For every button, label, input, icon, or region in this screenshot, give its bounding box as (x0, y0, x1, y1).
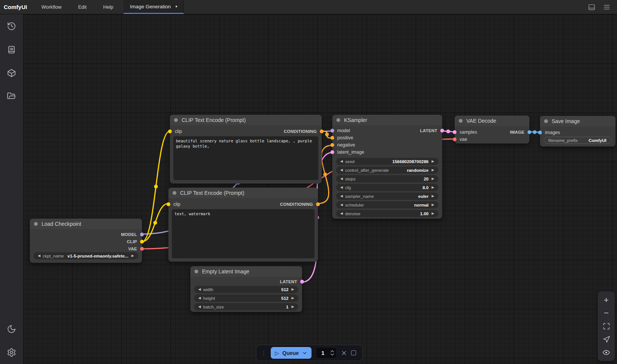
node-header[interactable]: Empty Latent Image (190, 266, 302, 277)
increment-arrow-icon[interactable]: ▶ (430, 212, 435, 215)
images-input-port[interactable] (538, 131, 542, 134)
latent-image-input-port[interactable] (330, 150, 334, 154)
node-ksampler[interactable]: KSampler model LATENT positive negative … (332, 115, 442, 219)
vae-output-port[interactable] (140, 247, 144, 251)
node-header[interactable]: KSampler (332, 115, 442, 125)
stepper-down-icon[interactable] (330, 353, 334, 356)
collapse-dot[interactable] (336, 118, 340, 122)
decrement-arrow-icon[interactable]: ◀ (197, 305, 202, 308)
fit-view-icon[interactable] (602, 322, 611, 331)
batch-count-stepper[interactable] (330, 350, 334, 356)
node-header[interactable]: Load Checkpoint (30, 219, 142, 229)
clip-output-port[interactable] (140, 240, 144, 244)
node-header[interactable]: VAE Decode (455, 116, 529, 126)
tab-image-generation[interactable]: Image Generation ● (123, 0, 184, 14)
theme-toggle-moon-icon[interactable] (0, 317, 23, 341)
node-graph-canvas[interactable] (23, 14, 617, 364)
conditioning-output-port[interactable] (320, 130, 324, 133)
batch-count-input[interactable]: 1 (316, 347, 337, 359)
toggle-visibility-eye-icon[interactable] (602, 348, 611, 357)
negative-input-port[interactable] (330, 143, 334, 147)
collapse-dot[interactable] (194, 270, 198, 273)
conditioning-output-port[interactable] (316, 202, 320, 206)
increment-arrow-icon[interactable]: ▶ (290, 288, 295, 291)
settings-gear-icon[interactable] (0, 341, 23, 364)
ckpt-name-widget[interactable]: ◀ ckpt_name v1-5-pruned-emaonly.safete..… (34, 252, 138, 259)
width-widget[interactable]: ◀ width 512 ▶ (194, 286, 298, 293)
vae-input-port[interactable] (453, 137, 457, 141)
decrement-arrow-icon[interactable]: ◀ (197, 296, 202, 300)
denoise-widget[interactable]: ◀ denoise 1.00 ▶ (336, 210, 438, 217)
negative-prompt-text[interactable]: text, watermark (172, 209, 315, 258)
height-widget[interactable]: ◀ height 512 ▶ (194, 295, 298, 302)
model-input-port[interactable] (330, 129, 334, 133)
increment-arrow-icon[interactable]: ▶ (430, 168, 435, 172)
node-clip-text-encode-negative[interactable]: CLIP Text Encode (Prompt) clip CONDITION… (168, 188, 318, 262)
batch-size-widget[interactable]: ◀ batch_size 1 ▶ (194, 303, 298, 310)
bottom-panel-toggle-icon[interactable] (588, 3, 596, 11)
collapse-dot[interactable] (174, 118, 178, 122)
node-save-image[interactable]: Save Image images filename_prefix ComfyU… (540, 116, 615, 147)
queue-history-icon[interactable] (0, 14, 23, 38)
decrement-arrow-icon[interactable]: ◀ (339, 194, 344, 198)
drag-handle-icon[interactable]: ⋮ (261, 350, 267, 356)
samples-input-port[interactable] (453, 130, 457, 134)
node-library-icon[interactable] (0, 38, 23, 61)
filename-prefix-widget[interactable]: filename_prefix ComfyUI (544, 137, 612, 144)
steps-widget[interactable]: ◀ steps 20 ▶ (336, 175, 438, 182)
increment-arrow-icon[interactable]: ▶ (430, 177, 435, 180)
menu-edit[interactable]: Edit (70, 0, 95, 14)
decrement-arrow-icon[interactable]: ◀ (339, 177, 344, 180)
latent-output-port[interactable] (300, 280, 304, 284)
node-vae-decode[interactable]: VAE Decode samples IMAGE vae (455, 116, 529, 143)
collapse-dot[interactable] (173, 191, 176, 195)
increment-arrow-icon[interactable]: ▶ (430, 194, 435, 198)
cfg-widget[interactable]: ◀ cfg 8.0 ▶ (336, 184, 438, 191)
zoom-out-icon[interactable]: − (602, 308, 611, 318)
decrement-arrow-icon[interactable]: ◀ (339, 203, 344, 207)
decrement-arrow-icon[interactable]: ◀ (197, 288, 202, 291)
node-header[interactable]: CLIP Text Encode (Prompt) (170, 115, 322, 125)
decrement-arrow-icon[interactable]: ◀ (339, 212, 344, 215)
collapse-dot[interactable] (459, 119, 463, 123)
decrement-arrow-icon[interactable]: ◀ (339, 160, 344, 163)
node-header[interactable]: CLIP Text Encode (Prompt) (168, 188, 318, 198)
positive-input-port[interactable] (330, 136, 334, 140)
menu-workflow[interactable]: Workflow (33, 0, 70, 14)
decrement-arrow-icon[interactable]: ◀ (37, 254, 42, 258)
stepper-up-icon[interactable] (330, 350, 334, 352)
model-output-port[interactable] (140, 233, 144, 236)
clip-input-port[interactable] (168, 130, 172, 133)
interrupt-stop-icon[interactable] (351, 350, 356, 355)
menu-help[interactable]: Help (95, 0, 122, 14)
queue-options-chevron-icon[interactable] (302, 350, 307, 356)
queue-button[interactable]: ▷ Queue (271, 347, 312, 359)
increment-arrow-icon[interactable]: ▶ (430, 186, 435, 189)
scheduler-widget[interactable]: ◀ scheduler normal ▶ (336, 201, 438, 208)
decrement-arrow-icon[interactable]: ◀ (339, 168, 344, 172)
increment-arrow-icon[interactable]: ▶ (290, 296, 295, 300)
node-clip-text-encode-positive[interactable]: CLIP Text Encode (Prompt) clip CONDITION… (170, 115, 322, 184)
node-empty-latent-image[interactable]: Empty Latent Image LATENT ◀ width 512 ▶ … (190, 266, 302, 312)
collapse-dot[interactable] (34, 222, 38, 226)
increment-arrow-icon[interactable]: ▶ (430, 160, 435, 163)
collapse-dot[interactable] (544, 119, 548, 123)
seed-widget[interactable]: ◀ seed 156680208700286 ▶ (336, 158, 438, 165)
increment-arrow-icon[interactable]: ▶ (430, 203, 435, 207)
workflows-folder-icon[interactable] (0, 85, 23, 108)
increment-arrow-icon[interactable]: ▶ (130, 254, 135, 258)
zoom-in-icon[interactable]: + (602, 296, 611, 305)
clear-queue-x-icon[interactable] (341, 350, 347, 356)
positive-prompt-text[interactable]: beautiful scenery nature glass bottle la… (173, 136, 318, 180)
latent-output-port[interactable] (440, 129, 444, 133)
clip-input-port[interactable] (167, 202, 170, 206)
node-load-checkpoint[interactable]: Load Checkpoint MODEL CLIP VAE ◀ ckpt_na… (30, 219, 142, 263)
node-header[interactable]: Save Image (540, 116, 615, 126)
control-after-generate-widget[interactable]: ◀ control_after_generate randomize ▶ (336, 167, 438, 174)
increment-arrow-icon[interactable]: ▶ (290, 305, 295, 308)
image-output-port[interactable] (528, 130, 531, 134)
hamburger-menu-icon[interactable] (603, 3, 611, 11)
select-mode-arrow-icon[interactable] (602, 335, 611, 344)
model-library-icon[interactable] (0, 61, 23, 85)
decrement-arrow-icon[interactable]: ◀ (339, 186, 344, 189)
